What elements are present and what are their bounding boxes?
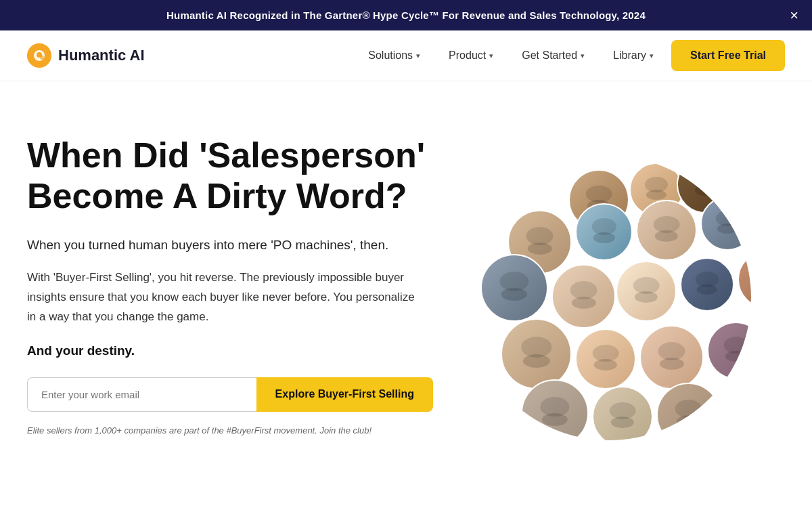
face-avatar: [480, 254, 548, 322]
nav-get-started-label: Get Started: [522, 49, 577, 62]
banner-text: Humantic AI Recognized in The Gartner® H…: [166, 9, 646, 21]
nav-item-product[interactable]: Product ▾: [438, 44, 504, 67]
hero-subtitle: When you turned human buyers into mere '…: [27, 236, 433, 255]
explore-button[interactable]: Explore Buyer-First Selling: [256, 377, 433, 412]
hero-section: When Did 'Salesperson' Become A Dirty Wo…: [0, 81, 812, 501]
hero-footnote: Elite sellers from 1,000+ companies are …: [27, 425, 433, 436]
chevron-down-icon: ▾: [416, 51, 420, 60]
hero-form: Explore Buyer-First Selling: [27, 377, 433, 412]
email-input[interactable]: [27, 377, 256, 412]
nav-library-link[interactable]: Library ▾: [602, 44, 664, 67]
logo-icon: [27, 43, 51, 68]
face-avatar: [700, 196, 751, 251]
face-avatar: [707, 322, 751, 379]
chevron-down-icon: ▾: [650, 51, 654, 60]
navbar: Humantic AI Solutions ▾ Product ▾ Get St…: [0, 30, 812, 81]
face-avatar: [721, 396, 751, 440]
logo-text: Humantic AI: [58, 47, 145, 64]
nav-item-solutions[interactable]: Solutions ▾: [357, 44, 431, 67]
face-avatar: [639, 325, 704, 389]
face-avatar: [551, 264, 616, 329]
faces-inner: [467, 156, 751, 440]
nav-item-library[interactable]: Library ▾: [602, 44, 664, 67]
nav-product-link[interactable]: Product ▾: [438, 44, 504, 67]
face-avatar: [592, 386, 653, 440]
logo-svg: [32, 49, 46, 62]
face-avatar: [680, 257, 734, 312]
banner-close-button[interactable]: ×: [790, 8, 798, 23]
faces-cluster: [467, 156, 751, 440]
hero-body: With 'Buyer-First Selling', you hit reve…: [27, 268, 420, 327]
logo-link[interactable]: Humantic AI: [27, 43, 145, 68]
face-avatar: [501, 318, 572, 389]
svg-point-2: [40, 56, 44, 60]
face-avatar: [521, 379, 589, 440]
nav-solutions-label: Solutions: [368, 49, 413, 62]
face-avatar: [738, 251, 751, 308]
nav-library-label: Library: [613, 49, 646, 62]
nav-solutions-link[interactable]: Solutions ▾: [357, 44, 431, 67]
hero-left: When Did 'Salesperson' Become A Dirty Wo…: [27, 122, 433, 436]
nav-links: Solutions ▾ Product ▾ Get Started ▾ Libr…: [357, 40, 785, 71]
face-avatar: [575, 329, 636, 389]
nav-get-started-link[interactable]: Get Started ▾: [511, 44, 595, 67]
nav-item-get-started[interactable]: Get Started ▾: [511, 44, 595, 67]
hero-destiny: And your destiny.: [27, 343, 433, 358]
chevron-down-icon: ▾: [489, 51, 493, 60]
announcement-banner: Humantic AI Recognized in The Gartner® H…: [0, 0, 812, 30]
face-avatar: [616, 261, 677, 322]
chevron-down-icon: ▾: [581, 51, 585, 60]
face-avatar: [575, 203, 633, 261]
hero-title: When Did 'Salesperson' Become A Dirty Wo…: [27, 135, 433, 217]
nav-cta-item[interactable]: Start Free Trial: [671, 40, 785, 71]
hero-right: [433, 122, 785, 474]
face-avatar: [656, 383, 721, 440]
start-free-trial-button[interactable]: Start Free Trial: [671, 40, 785, 71]
face-avatar: [636, 200, 697, 261]
nav-product-label: Product: [449, 49, 486, 62]
